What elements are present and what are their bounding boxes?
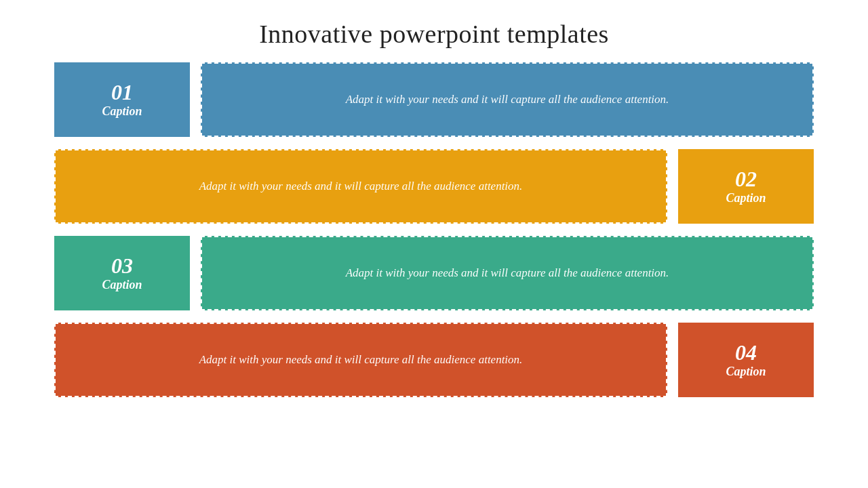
label-box-1: 01 Caption	[54, 62, 190, 137]
label-caption-3: Caption	[102, 278, 142, 293]
description-1: Adapt it with your needs and it will cap…	[346, 93, 669, 106]
label-number-3: 03	[111, 254, 133, 278]
description-4: Adapt it with your needs and it will cap…	[199, 353, 523, 367]
label-box-2: 02 Caption	[678, 149, 814, 224]
label-number-1: 01	[111, 81, 133, 104]
label-caption-2: Caption	[726, 191, 766, 206]
label-number-2: 02	[735, 167, 757, 191]
text-box-1: Adapt it with your needs and it will cap…	[201, 62, 814, 137]
page-title: Innovative powerpoint templates	[0, 0, 868, 62]
label-number-4: 04	[735, 341, 757, 365]
row-3: 03 Caption Adapt it with your needs and …	[54, 236, 814, 310]
row-4: Adapt it with your needs and it will cap…	[54, 323, 814, 397]
label-caption-1: Caption	[102, 104, 142, 119]
label-box-3: 03 Caption	[54, 236, 190, 310]
row-1: 01 Caption Adapt it with your needs and …	[54, 62, 814, 137]
label-caption-4: Caption	[726, 365, 766, 380]
text-box-3: Adapt it with your needs and it will cap…	[201, 236, 814, 310]
description-3: Adapt it with your needs and it will cap…	[346, 266, 669, 280]
row-2: Adapt it with your needs and it will cap…	[54, 149, 814, 224]
content-area: 01 Caption Adapt it with your needs and …	[0, 62, 868, 397]
text-box-4: Adapt it with your needs and it will cap…	[54, 323, 667, 397]
text-box-2: Adapt it with your needs and it will cap…	[54, 149, 667, 224]
label-box-4: 04 Caption	[678, 323, 814, 397]
description-2: Adapt it with your needs and it will cap…	[199, 180, 523, 193]
